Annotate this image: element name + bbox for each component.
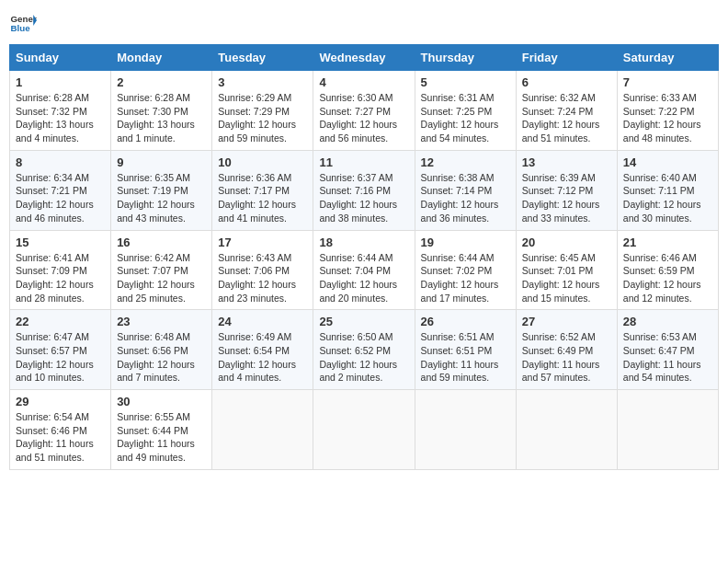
sunrise-label: Sunrise: 6:45 AM bbox=[522, 252, 596, 263]
sunrise-label: Sunrise: 6:32 AM bbox=[522, 92, 596, 103]
day-number: 23 bbox=[117, 315, 206, 328]
sunset-label: Sunset: 7:27 PM bbox=[319, 106, 391, 117]
header-thursday: Thursday bbox=[415, 45, 516, 71]
calendar-cell: 1 Sunrise: 6:28 AM Sunset: 7:32 PM Dayli… bbox=[10, 71, 111, 151]
day-info: Sunrise: 6:41 AM Sunset: 7:09 PM Dayligh… bbox=[16, 251, 105, 305]
day-number: 7 bbox=[623, 75, 712, 89]
calendar-header-row: SundayMondayTuesdayWednesdayThursdayFrid… bbox=[10, 45, 719, 71]
day-number: 5 bbox=[421, 75, 510, 89]
day-number: 24 bbox=[218, 315, 307, 328]
sunrise-label: Sunrise: 6:42 AM bbox=[117, 252, 190, 263]
daylight-label: Daylight: 12 hours and 51 minutes. bbox=[522, 119, 600, 144]
calendar-cell: 30 Sunrise: 6:55 AM Sunset: 6:44 PM Dayl… bbox=[111, 390, 212, 470]
day-info: Sunrise: 6:55 AM Sunset: 6:44 PM Dayligh… bbox=[117, 410, 206, 465]
daylight-label: Daylight: 12 hours and 28 minutes. bbox=[16, 279, 94, 304]
sunrise-label: Sunrise: 6:43 AM bbox=[218, 252, 291, 263]
day-number: 8 bbox=[16, 155, 105, 169]
day-number: 30 bbox=[117, 395, 206, 408]
daylight-label: Daylight: 12 hours and 20 minutes. bbox=[319, 279, 397, 304]
day-number: 26 bbox=[421, 315, 510, 328]
sunset-label: Sunset: 6:54 PM bbox=[218, 345, 290, 356]
day-info: Sunrise: 6:33 AM Sunset: 7:22 PM Dayligh… bbox=[623, 91, 712, 145]
calendar-week-5: 29 Sunrise: 6:54 AM Sunset: 6:46 PM Dayl… bbox=[10, 390, 719, 470]
day-info: Sunrise: 6:36 AM Sunset: 7:17 PM Dayligh… bbox=[218, 171, 307, 225]
svg-text:Blue: Blue bbox=[11, 23, 31, 33]
daylight-label: Daylight: 13 hours and 4 minutes. bbox=[16, 119, 94, 144]
daylight-label: Daylight: 12 hours and 33 minutes. bbox=[522, 199, 600, 224]
sunrise-label: Sunrise: 6:37 AM bbox=[319, 172, 392, 183]
calendar-cell bbox=[415, 390, 516, 470]
sunrise-label: Sunrise: 6:51 AM bbox=[421, 331, 495, 342]
sunrise-label: Sunrise: 6:29 AM bbox=[218, 92, 291, 103]
sunset-label: Sunset: 7:09 PM bbox=[16, 265, 87, 276]
sunrise-label: Sunrise: 6:53 AM bbox=[623, 331, 697, 342]
sunrise-label: Sunrise: 6:54 AM bbox=[16, 411, 89, 422]
daylight-label: Daylight: 12 hours and 10 minutes. bbox=[16, 359, 94, 384]
sunset-label: Sunset: 7:11 PM bbox=[623, 185, 695, 196]
sunset-label: Sunset: 7:16 PM bbox=[319, 185, 391, 196]
sunrise-label: Sunrise: 6:50 AM bbox=[319, 331, 392, 342]
sunset-label: Sunset: 7:12 PM bbox=[522, 185, 594, 196]
calendar-cell: 18 Sunrise: 6:44 AM Sunset: 7:04 PM Dayl… bbox=[313, 230, 415, 310]
day-number: 25 bbox=[319, 315, 408, 328]
daylight-label: Daylight: 11 hours and 59 minutes. bbox=[421, 359, 499, 384]
daylight-label: Daylight: 12 hours and 59 minutes. bbox=[218, 119, 296, 144]
sunrise-label: Sunrise: 6:44 AM bbox=[421, 252, 495, 263]
sunrise-label: Sunrise: 6:38 AM bbox=[421, 172, 495, 183]
calendar-week-1: 1 Sunrise: 6:28 AM Sunset: 7:32 PM Dayli… bbox=[10, 71, 719, 151]
day-info: Sunrise: 6:28 AM Sunset: 7:32 PM Dayligh… bbox=[16, 91, 105, 145]
daylight-label: Daylight: 12 hours and 36 minutes. bbox=[421, 199, 499, 224]
calendar-cell: 4 Sunrise: 6:30 AM Sunset: 7:27 PM Dayli… bbox=[313, 71, 415, 151]
day-number: 14 bbox=[623, 155, 712, 169]
day-info: Sunrise: 6:46 AM Sunset: 6:59 PM Dayligh… bbox=[623, 251, 712, 305]
day-number: 18 bbox=[319, 236, 408, 249]
sunrise-label: Sunrise: 6:28 AM bbox=[117, 92, 190, 103]
calendar-cell: 3 Sunrise: 6:29 AM Sunset: 7:29 PM Dayli… bbox=[212, 71, 313, 151]
sunset-label: Sunset: 7:07 PM bbox=[117, 265, 188, 276]
day-info: Sunrise: 6:31 AM Sunset: 7:25 PM Dayligh… bbox=[421, 91, 510, 145]
day-info: Sunrise: 6:34 AM Sunset: 7:21 PM Dayligh… bbox=[16, 171, 105, 225]
calendar-cell: 5 Sunrise: 6:31 AM Sunset: 7:25 PM Dayli… bbox=[415, 71, 516, 151]
daylight-label: Daylight: 12 hours and 56 minutes. bbox=[319, 119, 397, 144]
sunrise-label: Sunrise: 6:39 AM bbox=[522, 172, 596, 183]
day-info: Sunrise: 6:51 AM Sunset: 6:51 PM Dayligh… bbox=[421, 330, 510, 385]
calendar-cell: 13 Sunrise: 6:39 AM Sunset: 7:12 PM Dayl… bbox=[516, 150, 617, 230]
sunset-label: Sunset: 7:01 PM bbox=[522, 265, 594, 276]
svg-text:General: General bbox=[11, 14, 38, 24]
sunrise-label: Sunrise: 6:44 AM bbox=[319, 252, 392, 263]
day-info: Sunrise: 6:32 AM Sunset: 7:24 PM Dayligh… bbox=[522, 91, 611, 145]
calendar-cell: 6 Sunrise: 6:32 AM Sunset: 7:24 PM Dayli… bbox=[516, 71, 617, 151]
page-header: General Blue bbox=[9, 9, 719, 37]
calendar-cell: 27 Sunrise: 6:52 AM Sunset: 6:49 PM Dayl… bbox=[516, 310, 617, 390]
sunrise-label: Sunrise: 6:35 AM bbox=[117, 172, 190, 183]
sunset-label: Sunset: 7:17 PM bbox=[218, 185, 290, 196]
calendar-cell: 14 Sunrise: 6:40 AM Sunset: 7:11 PM Dayl… bbox=[617, 150, 718, 230]
calendar-cell: 9 Sunrise: 6:35 AM Sunset: 7:19 PM Dayli… bbox=[111, 150, 212, 230]
calendar-cell: 15 Sunrise: 6:41 AM Sunset: 7:09 PM Dayl… bbox=[10, 230, 111, 310]
daylight-label: Daylight: 12 hours and 48 minutes. bbox=[623, 119, 701, 144]
day-info: Sunrise: 6:45 AM Sunset: 7:01 PM Dayligh… bbox=[522, 251, 611, 305]
day-number: 22 bbox=[16, 315, 105, 328]
sunrise-label: Sunrise: 6:41 AM bbox=[16, 252, 89, 263]
sunrise-label: Sunrise: 6:28 AM bbox=[16, 92, 89, 103]
calendar-cell: 16 Sunrise: 6:42 AM Sunset: 7:07 PM Dayl… bbox=[111, 230, 212, 310]
day-number: 12 bbox=[421, 155, 510, 169]
sunset-label: Sunset: 6:51 PM bbox=[421, 345, 493, 356]
calendar-cell: 24 Sunrise: 6:49 AM Sunset: 6:54 PM Dayl… bbox=[212, 310, 313, 390]
day-number: 4 bbox=[319, 75, 408, 89]
day-number: 1 bbox=[16, 75, 105, 89]
sunset-label: Sunset: 7:22 PM bbox=[623, 106, 695, 117]
day-number: 10 bbox=[218, 155, 307, 169]
day-number: 17 bbox=[218, 236, 307, 249]
header-sunday: Sunday bbox=[10, 45, 111, 71]
sunset-label: Sunset: 7:19 PM bbox=[117, 185, 188, 196]
calendar-cell: 11 Sunrise: 6:37 AM Sunset: 7:16 PM Dayl… bbox=[313, 150, 415, 230]
calendar-cell: 25 Sunrise: 6:50 AM Sunset: 6:52 PM Dayl… bbox=[313, 310, 415, 390]
day-info: Sunrise: 6:39 AM Sunset: 7:12 PM Dayligh… bbox=[522, 171, 611, 225]
sunset-label: Sunset: 7:21 PM bbox=[16, 185, 87, 196]
calendar-cell: 7 Sunrise: 6:33 AM Sunset: 7:22 PM Dayli… bbox=[617, 71, 718, 151]
sunrise-label: Sunrise: 6:52 AM bbox=[522, 331, 596, 342]
calendar-cell bbox=[516, 390, 617, 470]
day-info: Sunrise: 6:50 AM Sunset: 6:52 PM Dayligh… bbox=[319, 330, 408, 385]
sunrise-label: Sunrise: 6:30 AM bbox=[319, 92, 392, 103]
